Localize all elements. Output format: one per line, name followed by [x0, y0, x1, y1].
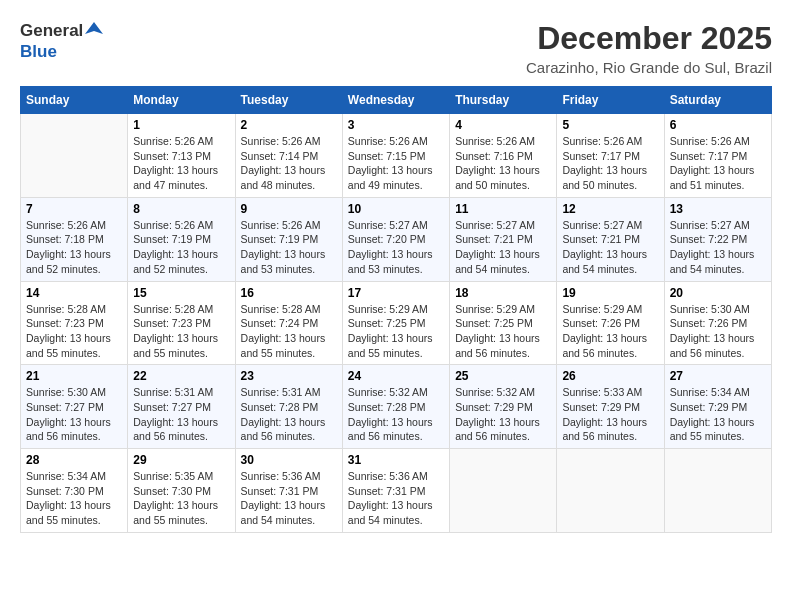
day-info: Sunrise: 5:30 AMSunset: 7:27 PMDaylight:… — [26, 385, 122, 444]
calendar-table: Sunday Monday Tuesday Wednesday Thursday… — [20, 86, 772, 533]
day-info: Sunrise: 5:29 AMSunset: 7:25 PMDaylight:… — [455, 302, 551, 361]
day-cell: 12Sunrise: 5:27 AMSunset: 7:21 PMDayligh… — [557, 197, 664, 281]
day-info: Sunrise: 5:32 AMSunset: 7:29 PMDaylight:… — [455, 385, 551, 444]
day-cell: 16Sunrise: 5:28 AMSunset: 7:24 PMDayligh… — [235, 281, 342, 365]
day-cell: 14Sunrise: 5:28 AMSunset: 7:23 PMDayligh… — [21, 281, 128, 365]
week-row-1: 1Sunrise: 5:26 AMSunset: 7:13 PMDaylight… — [21, 114, 772, 198]
day-cell: 7Sunrise: 5:26 AMSunset: 7:18 PMDaylight… — [21, 197, 128, 281]
day-info: Sunrise: 5:26 AMSunset: 7:19 PMDaylight:… — [133, 218, 229, 277]
day-number: 4 — [455, 118, 551, 132]
day-info: Sunrise: 5:26 AMSunset: 7:13 PMDaylight:… — [133, 134, 229, 193]
day-cell: 30Sunrise: 5:36 AMSunset: 7:31 PMDayligh… — [235, 449, 342, 533]
day-cell: 9Sunrise: 5:26 AMSunset: 7:19 PMDaylight… — [235, 197, 342, 281]
day-cell: 6Sunrise: 5:26 AMSunset: 7:17 PMDaylight… — [664, 114, 771, 198]
day-number: 8 — [133, 202, 229, 216]
logo: General Blue — [20, 20, 103, 61]
day-info: Sunrise: 5:29 AMSunset: 7:25 PMDaylight:… — [348, 302, 444, 361]
logo-bird-icon — [85, 20, 103, 38]
day-number: 6 — [670, 118, 766, 132]
header-monday: Monday — [128, 87, 235, 114]
day-number: 24 — [348, 369, 444, 383]
title-area: December 2025 Carazinho, Rio Grande do S… — [526, 20, 772, 76]
day-number: 16 — [241, 286, 337, 300]
day-number: 27 — [670, 369, 766, 383]
day-cell: 1Sunrise: 5:26 AMSunset: 7:13 PMDaylight… — [128, 114, 235, 198]
day-number: 28 — [26, 453, 122, 467]
day-info: Sunrise: 5:26 AMSunset: 7:15 PMDaylight:… — [348, 134, 444, 193]
day-info: Sunrise: 5:27 AMSunset: 7:21 PMDaylight:… — [455, 218, 551, 277]
header-wednesday: Wednesday — [342, 87, 449, 114]
logo-blue-text: Blue — [20, 43, 57, 62]
month-title: December 2025 — [526, 20, 772, 57]
day-cell — [21, 114, 128, 198]
day-number: 3 — [348, 118, 444, 132]
day-info: Sunrise: 5:26 AMSunset: 7:14 PMDaylight:… — [241, 134, 337, 193]
day-info: Sunrise: 5:33 AMSunset: 7:29 PMDaylight:… — [562, 385, 658, 444]
day-cell: 25Sunrise: 5:32 AMSunset: 7:29 PMDayligh… — [450, 365, 557, 449]
day-info: Sunrise: 5:27 AMSunset: 7:21 PMDaylight:… — [562, 218, 658, 277]
day-info: Sunrise: 5:28 AMSunset: 7:24 PMDaylight:… — [241, 302, 337, 361]
day-cell: 22Sunrise: 5:31 AMSunset: 7:27 PMDayligh… — [128, 365, 235, 449]
day-number: 17 — [348, 286, 444, 300]
day-info: Sunrise: 5:26 AMSunset: 7:17 PMDaylight:… — [670, 134, 766, 193]
day-info: Sunrise: 5:31 AMSunset: 7:28 PMDaylight:… — [241, 385, 337, 444]
day-info: Sunrise: 5:34 AMSunset: 7:30 PMDaylight:… — [26, 469, 122, 528]
day-number: 10 — [348, 202, 444, 216]
day-info: Sunrise: 5:26 AMSunset: 7:19 PMDaylight:… — [241, 218, 337, 277]
day-cell: 15Sunrise: 5:28 AMSunset: 7:23 PMDayligh… — [128, 281, 235, 365]
day-cell: 8Sunrise: 5:26 AMSunset: 7:19 PMDaylight… — [128, 197, 235, 281]
day-cell: 31Sunrise: 5:36 AMSunset: 7:31 PMDayligh… — [342, 449, 449, 533]
day-cell: 11Sunrise: 5:27 AMSunset: 7:21 PMDayligh… — [450, 197, 557, 281]
header-friday: Friday — [557, 87, 664, 114]
day-info: Sunrise: 5:31 AMSunset: 7:27 PMDaylight:… — [133, 385, 229, 444]
day-cell: 2Sunrise: 5:26 AMSunset: 7:14 PMDaylight… — [235, 114, 342, 198]
day-cell: 27Sunrise: 5:34 AMSunset: 7:29 PMDayligh… — [664, 365, 771, 449]
day-info: Sunrise: 5:28 AMSunset: 7:23 PMDaylight:… — [26, 302, 122, 361]
logo-general-text: General — [20, 22, 83, 41]
header-saturday: Saturday — [664, 87, 771, 114]
day-number: 12 — [562, 202, 658, 216]
day-number: 31 — [348, 453, 444, 467]
day-info: Sunrise: 5:26 AMSunset: 7:16 PMDaylight:… — [455, 134, 551, 193]
day-number: 19 — [562, 286, 658, 300]
day-info: Sunrise: 5:26 AMSunset: 7:17 PMDaylight:… — [562, 134, 658, 193]
day-cell: 4Sunrise: 5:26 AMSunset: 7:16 PMDaylight… — [450, 114, 557, 198]
day-cell: 17Sunrise: 5:29 AMSunset: 7:25 PMDayligh… — [342, 281, 449, 365]
day-info: Sunrise: 5:26 AMSunset: 7:18 PMDaylight:… — [26, 218, 122, 277]
week-row-2: 7Sunrise: 5:26 AMSunset: 7:18 PMDaylight… — [21, 197, 772, 281]
day-cell: 10Sunrise: 5:27 AMSunset: 7:20 PMDayligh… — [342, 197, 449, 281]
header: General Blue December 2025 Carazinho, Ri… — [20, 20, 772, 76]
day-number: 21 — [26, 369, 122, 383]
header-row: Sunday Monday Tuesday Wednesday Thursday… — [21, 87, 772, 114]
location-title: Carazinho, Rio Grande do Sul, Brazil — [526, 59, 772, 76]
svg-marker-0 — [85, 22, 103, 34]
day-cell: 26Sunrise: 5:33 AMSunset: 7:29 PMDayligh… — [557, 365, 664, 449]
day-number: 25 — [455, 369, 551, 383]
week-row-4: 21Sunrise: 5:30 AMSunset: 7:27 PMDayligh… — [21, 365, 772, 449]
day-cell: 21Sunrise: 5:30 AMSunset: 7:27 PMDayligh… — [21, 365, 128, 449]
day-number: 2 — [241, 118, 337, 132]
day-info: Sunrise: 5:27 AMSunset: 7:22 PMDaylight:… — [670, 218, 766, 277]
day-number: 15 — [133, 286, 229, 300]
day-number: 11 — [455, 202, 551, 216]
day-number: 7 — [26, 202, 122, 216]
day-info: Sunrise: 5:27 AMSunset: 7:20 PMDaylight:… — [348, 218, 444, 277]
header-tuesday: Tuesday — [235, 87, 342, 114]
day-cell: 24Sunrise: 5:32 AMSunset: 7:28 PMDayligh… — [342, 365, 449, 449]
day-cell — [450, 449, 557, 533]
day-cell: 13Sunrise: 5:27 AMSunset: 7:22 PMDayligh… — [664, 197, 771, 281]
day-number: 14 — [26, 286, 122, 300]
day-cell: 23Sunrise: 5:31 AMSunset: 7:28 PMDayligh… — [235, 365, 342, 449]
day-cell — [664, 449, 771, 533]
week-row-3: 14Sunrise: 5:28 AMSunset: 7:23 PMDayligh… — [21, 281, 772, 365]
day-info: Sunrise: 5:35 AMSunset: 7:30 PMDaylight:… — [133, 469, 229, 528]
day-cell: 19Sunrise: 5:29 AMSunset: 7:26 PMDayligh… — [557, 281, 664, 365]
day-number: 1 — [133, 118, 229, 132]
header-thursday: Thursday — [450, 87, 557, 114]
day-cell — [557, 449, 664, 533]
day-number: 23 — [241, 369, 337, 383]
day-number: 26 — [562, 369, 658, 383]
day-cell: 18Sunrise: 5:29 AMSunset: 7:25 PMDayligh… — [450, 281, 557, 365]
day-info: Sunrise: 5:29 AMSunset: 7:26 PMDaylight:… — [562, 302, 658, 361]
day-info: Sunrise: 5:28 AMSunset: 7:23 PMDaylight:… — [133, 302, 229, 361]
